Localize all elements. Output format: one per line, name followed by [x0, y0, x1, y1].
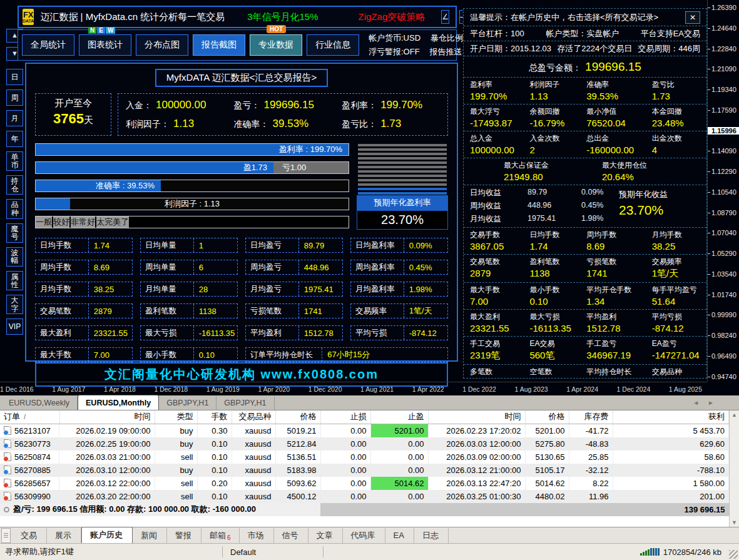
terminal-tab-bar: 交易 展示 账户历史 新闻 警报 邮箱6	[0, 527, 739, 543]
sidebar-button[interactable]: 大字	[6, 295, 23, 314]
sidebar-button[interactable]: 持仓	[6, 175, 23, 195]
stat-cell: 日均盈利率0.09%	[350, 238, 448, 253]
stat: EA交易560笔	[529, 339, 586, 362]
stat: 利润因子1.13	[529, 79, 586, 101]
sidebar-button[interactable]: VIP	[6, 318, 23, 335]
sidebar-button[interactable]: 品种	[6, 199, 23, 218]
sidebar-button[interactable]: 单币	[6, 151, 23, 171]
tab-scroll-right-icon[interactable]: ►	[708, 399, 714, 406]
stat: 平均持仓时长67小时15分	[586, 367, 651, 379]
scroll-down-icon[interactable]: ▼	[731, 519, 737, 526]
sidebar-button[interactable]: 日	[6, 69, 23, 85]
col-tp[interactable]: 止盈	[370, 410, 428, 424]
terminal-tab[interactable]: 展示	[47, 528, 81, 543]
tool-line-button[interactable]: ∠	[441, 10, 449, 24]
stat-cell: 交易笔数2879	[35, 303, 133, 318]
sidebar-button[interactable]: 周	[6, 89, 23, 106]
chart-tab[interactable]: GBPJPY,H1	[159, 396, 217, 410]
col-swap[interactable]: 库存费	[569, 410, 613, 424]
date-tick: 1 Aug 2023	[514, 385, 548, 393]
terminal-tab[interactable]: 账户历史	[81, 527, 133, 543]
terminal-tab[interactable]: EA	[385, 528, 414, 543]
order-type-icon	[4, 466, 11, 474]
history-row[interactable]: 56309990 2026.03.20 22:00:00 sell 0.10 x…	[0, 490, 729, 503]
stat-cell: 盈利笔数1138	[140, 303, 238, 318]
tab-scroll-left-icon[interactable]: ◄	[693, 399, 699, 406]
stat: 多笔数1467笔	[470, 367, 529, 379]
stat: 准确率39.53%	[586, 79, 651, 101]
profile-name[interactable]: Default	[223, 547, 323, 557]
stat: 盈亏比1.73	[652, 79, 700, 101]
terminal-tab[interactable]: 日志	[414, 528, 449, 543]
chart-tab[interactable]: EURUSD,Weekly	[1, 396, 78, 410]
terminal-tab[interactable]: 警报	[167, 528, 201, 543]
sidebar-button[interactable]: 波幅	[6, 247, 23, 267]
price-scale: 1.263901.246401.228401.210901.193401.175…	[707, 0, 739, 382]
terminal-tab[interactable]: 信号	[274, 528, 308, 543]
resize-grip[interactable]	[729, 550, 738, 559]
history-row[interactable]: 56213107 2026.02.19 09:00:00 buy 0.30 xa…	[0, 424, 729, 437]
stat: 余额回撤-16.79%	[529, 106, 586, 128]
signal-promo-text: 3年信号月化15%	[247, 11, 318, 23]
rating-segment: 太完美了	[96, 216, 129, 228]
stat: 手工交易2319笔	[470, 339, 529, 362]
summary-metrics: 入金：100000.00 盈亏：199696.15 盈利率：199.70% 利润…	[118, 93, 448, 136]
terminal-tab[interactable]: 文章	[308, 528, 343, 543]
chart-tab[interactable]: GBPJPY,H1	[217, 396, 274, 410]
chart-tab[interactable]: EURUSD,Monthly	[78, 395, 159, 410]
dock-handle[interactable]	[1, 528, 11, 543]
stat-cell: 最小手数0.10	[140, 347, 238, 362]
price-tick: 1.21090	[708, 65, 739, 73]
terminal-tab[interactable]: 代码库	[343, 528, 385, 543]
help-hint: 寻求帮助,请按F1键	[0, 546, 222, 557]
terminal-tab[interactable]: 交易	[13, 528, 47, 543]
distribution-plot-button[interactable]: 分布点图	[136, 34, 188, 56]
sidebar-button[interactable]: 属性	[6, 271, 23, 290]
chart-stats-button[interactable]: 图表统计 NEW	[79, 34, 131, 56]
stat: 盈利率199.70%	[470, 79, 529, 101]
terminal-tab[interactable]: 新闻	[133, 528, 167, 543]
order-type-icon	[4, 479, 11, 487]
sidebar-button[interactable]: 月	[6, 110, 23, 126]
col-open-price[interactable]: 价格	[275, 410, 320, 424]
table-scrollbar[interactable]: ▲ ▼	[729, 410, 739, 527]
industry-info-button[interactable]: 行业信息	[307, 34, 359, 56]
stat-cell: 日均盈亏89.79	[245, 238, 343, 253]
summary-metric: 盈亏：199696.15	[234, 99, 342, 111]
history-row[interactable]: 56230773 2026.02.25 19:00:00 buy 0.10 xa…	[0, 437, 729, 451]
stat: 空笔数1412笔	[529, 367, 586, 379]
right-stats-panel: 温馨提示：在帐户历史中，右击选择<所有交易记录> ✕ 平台杠杆：100帐户类型：…	[463, 8, 707, 379]
col-symbol[interactable]: 交易品种	[232, 410, 275, 424]
col-close-price[interactable]: 价格	[525, 410, 569, 424]
col-lots[interactable]: 手数	[197, 410, 232, 424]
history-row[interactable]: 56270885 2026.03.10 12:00:00 buy 0.10 xa…	[0, 464, 729, 477]
sidebar-button[interactable]: 年	[6, 131, 23, 147]
close-icon[interactable]: ✕	[685, 11, 700, 24]
sidebar-button[interactable]: 魔号	[6, 223, 23, 243]
history-row[interactable]: 56285657 2026.03.12 22:00:00 sell 0.20 x…	[0, 477, 729, 490]
history-row[interactable]: 56250874 2026.03.03 21:00:00 sell 0.10 x…	[0, 451, 729, 464]
terminal-tab[interactable]: 市场	[240, 528, 274, 543]
table-header-row[interactable]: 订单/ 时间 类型 手数 交易品种 价格 止损 止盈 时间 价格 库存费 获利	[0, 410, 729, 424]
terminal-tab[interactable]: 邮箱6	[201, 528, 240, 543]
col-sl[interactable]: 止损	[320, 410, 370, 424]
report-screenshot-button[interactable]: 报告截图	[193, 34, 245, 56]
col-open-time[interactable]: 时间	[59, 410, 155, 424]
mail-count-badge: 6	[227, 534, 231, 541]
date-tick: 1 Aug 2025	[669, 385, 702, 393]
scroll-up-icon[interactable]: ▲	[731, 412, 737, 418]
stat: 入金次数2	[529, 133, 586, 155]
col-profit[interactable]: 获利	[613, 410, 729, 424]
order-type-icon	[4, 452, 11, 461]
stat: 总入金100000.00	[470, 133, 529, 155]
pro-data-button[interactable]: 专业数据 HOT	[250, 34, 302, 56]
global-stats-button[interactable]: 全局统计	[22, 34, 74, 56]
col-type[interactable]: 类型	[155, 410, 197, 424]
expected-annual-value: 23.70%	[357, 210, 448, 230]
col-close-time[interactable]: 时间	[428, 410, 525, 424]
col-order[interactable]: 订单/	[0, 410, 59, 424]
income-row: 周均收益448.960.45%	[470, 201, 619, 211]
stat-cell: 平均盈利1512.78	[245, 325, 343, 340]
stat: 交易手数3867.05	[470, 230, 529, 252]
date-tick: 1 Apr 2024	[566, 385, 598, 393]
